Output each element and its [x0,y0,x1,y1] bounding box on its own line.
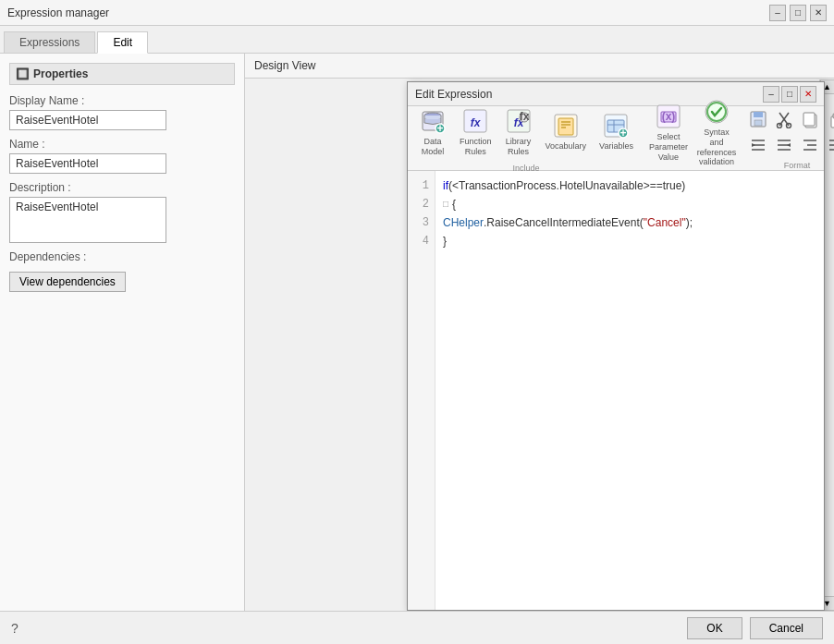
svg-text:+: + [436,122,443,134]
variables-label: Variables [599,141,633,152]
vocabulary-icon [552,112,580,140]
dialog-title: Edit Expression [415,88,492,101]
tab-edit[interactable]: Edit [97,31,148,54]
toolbar-library-rules[interactable]: fxfx LibraryRules [499,103,538,161]
toolbar-vocabulary[interactable]: Vocabulary [540,108,593,155]
code-content[interactable]: if(<TransactionProcess.HotelUnavailable>… [435,171,824,610]
minimize-btn[interactable]: – [769,5,786,21]
svg-text:+: + [620,127,627,139]
toolbar-indent-right[interactable] [772,133,796,157]
properties-section: 🔲 Properties [9,63,235,85]
line-num-3: 3 [408,213,435,232]
toolbar-select-param[interactable]: (x) Select ParameterValue [650,99,687,165]
main-layout: 🔲 Properties Display Name : Name : Descr… [0,54,834,611]
toolbar-copy[interactable] [798,107,822,131]
toolbar-data-model[interactable]: + DataModel [413,103,452,161]
include-section-label: Include [512,164,539,173]
toolbar-format2[interactable] [824,133,834,157]
dialog-close-btn[interactable]: ✕ [800,86,816,103]
dependencies-label: Dependencies : [9,250,235,263]
svg-text:fx: fx [471,116,482,129]
toolbar-format1[interactable] [798,133,822,157]
svg-rect-27 [754,112,763,117]
svg-rect-11 [558,118,573,135]
properties-icon: 🔲 [16,67,30,80]
svg-marker-40 [752,143,755,147]
code-line-1: if(<TransactionProcess.HotelUnavailable>… [443,176,816,195]
properties-label: Properties [33,67,88,80]
toolbar-indent-left[interactable] [746,133,770,157]
toolbar-syntax-validation[interactable]: Syntax and referencesvalidation [698,94,735,171]
syntax-validation-label: Syntax and referencesvalidation [697,128,737,167]
bottom-bar: ? OK Cancel [0,611,834,644]
help-btn[interactable]: ? [11,621,18,636]
svg-rect-34 [803,113,815,126]
name-label: Name : [9,138,235,151]
code-line-4: } [443,232,816,250]
left-panel: 🔲 Properties Display Name : Name : Descr… [0,54,245,611]
library-rules-label: LibraryRules [506,137,532,157]
cancel-btn[interactable]: Cancel [750,617,823,639]
tab-expressions[interactable]: Expressions [4,31,95,53]
display-name-label: Display Name : [9,94,235,107]
svg-text:fx: fx [519,110,529,123]
dialog-minimize-btn[interactable]: – [763,86,779,103]
line-num-4: 4 [408,232,435,250]
description-label: Description : [9,181,235,194]
line-numbers: 1 2 3 4 [408,171,435,610]
code-line-2: □{ [443,195,816,213]
toolbar-cut[interactable] [772,107,796,131]
right-panel: Design View ▲ ▼ ▶ ⚙ RaiseEventHotel [245,54,834,611]
dialog-controls: – □ ✕ [763,86,816,103]
library-rules-icon: fxfx [505,107,533,135]
toolbar-variables[interactable]: + Variables [594,108,639,155]
edit-expression-dialog: Edit Expression – □ ✕ + [407,81,825,611]
title-bar-controls: – □ ✕ [769,5,827,21]
tabs-row: Expressions Edit [0,26,834,54]
code-line-3: CHelper.RaiseCancelIntermediateEvent("Ca… [443,213,816,232]
window-title: Expression manager [7,6,109,19]
maximize-btn[interactable]: □ [790,5,806,21]
description-input[interactable]: RaiseEventHotel [9,197,166,243]
variables-icon: + [602,112,630,140]
name-input[interactable] [9,153,166,174]
bottom-buttons: OK Cancel [687,617,823,639]
line-num-2: 2 [408,195,435,213]
select-param-label: Select ParameterValue [649,132,688,162]
ok-btn[interactable]: OK [687,617,742,639]
toolbar-save[interactable] [746,107,770,131]
display-name-input[interactable] [9,110,166,130]
close-btn[interactable]: ✕ [810,5,827,21]
svg-marker-44 [787,143,791,147]
data-model-icon: + [419,107,447,135]
vocabulary-label: Vocabulary [546,141,587,152]
format-section-label: Format [784,161,811,170]
function-rules-icon: fx [461,107,489,135]
title-bar: Expression manager – □ ✕ [0,0,834,26]
dialog-maximize-btn[interactable]: □ [781,86,798,103]
function-rules-label: FunctionRules [460,137,492,157]
toolbar-function-rules[interactable]: fx FunctionRules [454,103,497,161]
svg-text:(x): (x) [662,110,676,123]
dialog-overlay: Edit Expression – □ ✕ + [398,54,834,611]
view-dependencies-btn[interactable]: View dependencies [9,272,126,292]
data-model-label: DataModel [422,137,445,157]
svg-rect-28 [754,120,762,126]
line-num-1: 1 [408,176,435,195]
syntax-validation-icon [703,98,730,126]
toolbar: + DataModel fx FunctionRules [408,106,824,171]
toolbar-paste[interactable] [824,107,834,131]
select-param-icon: (x) [655,103,682,130]
code-editor[interactable]: 1 2 3 4 if(<TransactionProcess.HotelUnav… [408,171,824,610]
